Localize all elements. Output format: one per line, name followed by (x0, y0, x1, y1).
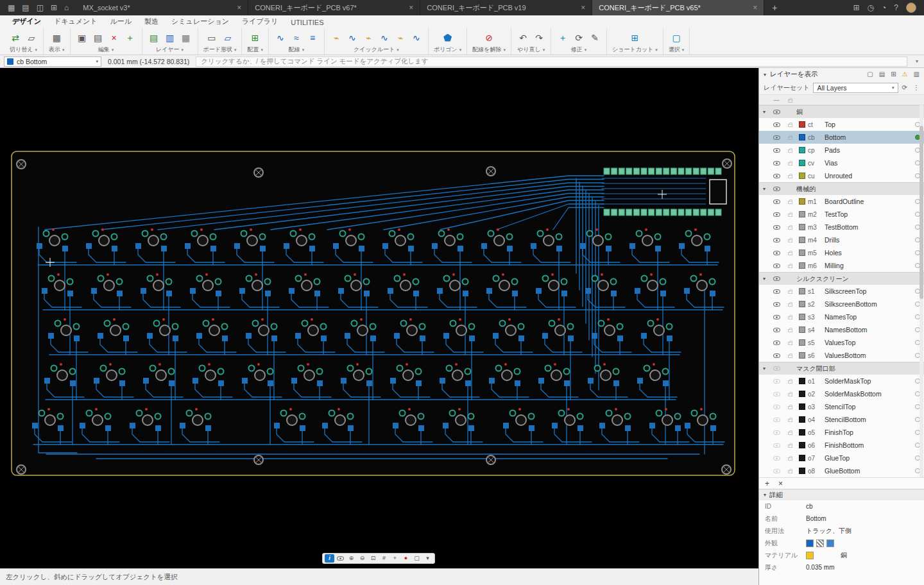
details-header[interactable]: ▾ 詳細 (759, 489, 924, 500)
layer-color-swatch[interactable] (799, 429, 805, 436)
lock-icon[interactable] (788, 265, 792, 268)
lock-icon[interactable] (788, 149, 792, 153)
table-view-icon[interactable]: ▥ (914, 71, 920, 78)
eye-icon[interactable] (773, 456, 780, 461)
route-manual-icon[interactable]: ∿ (274, 31, 287, 44)
layer-row[interactable]: s4NamesBottom (759, 323, 924, 336)
toolbar-group-label[interactable]: クイックルート (354, 46, 399, 54)
layer-color-swatch[interactable] (799, 416, 805, 423)
menu-item[interactable]: シミュレーション (166, 15, 235, 28)
eye-icon[interactable] (773, 418, 780, 422)
eye-icon[interactable] (773, 135, 780, 140)
origin-button[interactable]: + (390, 554, 400, 563)
active-layer-dropdown[interactable]: cb Bottom ▾ (4, 56, 101, 67)
layer-row[interactable]: m4Drills (759, 233, 924, 246)
lock-icon[interactable] (788, 445, 792, 448)
lock-icon[interactable] (788, 162, 792, 165)
delete-layer-button[interactable]: × (778, 480, 783, 488)
eye-icon[interactable] (773, 405, 780, 409)
tab-close-icon[interactable]: × (753, 3, 757, 12)
toolbar-group-label[interactable]: ポリゴン (434, 46, 461, 54)
toolbar-group-label[interactable]: 表示 (49, 46, 65, 54)
chevron-down-icon[interactable]: ▾ (759, 186, 769, 192)
lock-icon[interactable] (788, 201, 792, 204)
layer-color-swatch[interactable] (799, 121, 805, 128)
layer-row[interactable]: o6FinishBottom (759, 439, 924, 452)
new-tab-button[interactable]: + (764, 0, 785, 15)
pcb-design-svg[interactable] (0, 68, 758, 568)
add-icon[interactable]: + (124, 31, 137, 44)
layer-row[interactable]: s2SilkscreenBottom (759, 298, 924, 310)
toolbar-group-label[interactable]: ボード形状 (203, 46, 237, 54)
apps-icon[interactable]: ⊞ (853, 4, 860, 12)
lock-icon[interactable] (788, 329, 792, 332)
menu-item[interactable]: ルール (105, 15, 138, 28)
file-icon[interactable]: ▤ (22, 4, 29, 12)
lock-icon[interactable] (788, 380, 792, 384)
eye-icon[interactable] (773, 276, 780, 281)
eye-icon[interactable] (773, 379, 780, 384)
user-avatar[interactable] (906, 3, 916, 13)
add-layer-button[interactable]: + (765, 480, 769, 488)
stop-button[interactable]: ● (401, 554, 411, 563)
quickroute-left-icon[interactable]: ∿ (346, 31, 359, 44)
layer-color-swatch[interactable] (799, 198, 805, 205)
layer-color-swatch[interactable] (799, 301, 805, 307)
layer-stack-icon[interactable]: ▦ (180, 31, 193, 44)
history-icon[interactable]: ◷ (868, 4, 874, 12)
layer-color-swatch[interactable] (799, 391, 805, 397)
eye-icon[interactable] (773, 251, 780, 255)
toolbar-group-label[interactable]: レイヤー (156, 46, 184, 54)
layer-row[interactable]: o7GlueTop (759, 452, 924, 464)
tab-close-icon[interactable]: × (409, 3, 413, 12)
layer-row[interactable]: m6Milling (759, 259, 924, 272)
toolbar-group-label[interactable]: 選択 (669, 46, 685, 54)
eye-icon[interactable] (773, 225, 780, 230)
eye-icon[interactable] (773, 341, 780, 345)
layer-color-swatch[interactable] (799, 455, 805, 461)
layer-row[interactable]: s1SilkscreenTop (759, 285, 924, 298)
layer-row[interactable]: cbBottom (759, 131, 924, 144)
lock-icon[interactable] (788, 432, 792, 435)
eye-icon[interactable] (773, 123, 780, 127)
info-button[interactable]: i (325, 554, 334, 563)
quickroute-angle-icon[interactable]: ⌁ (394, 31, 407, 44)
lock-icon[interactable] (788, 355, 792, 358)
layer-row[interactable]: o1SolderMaskTop (759, 375, 924, 387)
layer-group-header[interactable]: ▾マスク開口部 (759, 362, 924, 375)
rotate-icon[interactable]: ⟳ (572, 31, 585, 44)
lock-icon[interactable] (788, 393, 792, 396)
eye-icon[interactable] (773, 315, 780, 319)
quickroute-up-icon[interactable]: ⌁ (362, 31, 375, 44)
layer-color-swatch[interactable] (799, 468, 805, 474)
grid-button[interactable]: # (379, 554, 389, 563)
layer-color-swatch[interactable] (799, 352, 805, 359)
visibility-column-header[interactable]: — (769, 97, 783, 103)
layer-color-swatch[interactable] (799, 160, 805, 166)
layer-row[interactable]: o2SolderMaskBottom (759, 387, 924, 400)
zoom-fit-button[interactable]: ⊡ (368, 554, 378, 563)
eye-icon[interactable] (773, 161, 780, 165)
layer-row[interactable]: o8GlueBottom (759, 464, 924, 477)
chevron-down-icon[interactable]: ▾ (759, 276, 769, 282)
layer-color-swatch[interactable] (799, 339, 805, 346)
pcb-canvas[interactable]: i⊕⊖⊡#+●▢▾ (0, 68, 758, 568)
app-menu-icon[interactable]: ▦ (8, 4, 15, 12)
eye-icon[interactable] (773, 469, 780, 473)
command-bar-expand-icon[interactable]: ▾ (914, 58, 920, 64)
layer-row[interactable]: m3TestBottom (759, 221, 924, 233)
eye-icon[interactable] (773, 212, 780, 217)
layer-color-swatch[interactable] (799, 326, 805, 333)
toolbar-group-label[interactable]: 配線 (289, 46, 305, 54)
layer-row[interactable]: cuUnrouted (759, 169, 924, 182)
layer-color-swatch[interactable] (799, 403, 805, 410)
eye-icon[interactable] (773, 328, 780, 332)
place-component-icon[interactable]: ⊞ (249, 31, 262, 44)
layer-color-swatch[interactable] (799, 378, 805, 384)
redo-icon[interactable]: ↷ (533, 31, 545, 44)
copy-icon[interactable]: ▣ (76, 31, 89, 44)
lock-icon[interactable] (788, 457, 792, 461)
quickroute-icon[interactable]: ⌁ (330, 31, 343, 44)
eye-icon[interactable] (773, 264, 780, 268)
chevron-down-icon[interactable]: ▾ (764, 72, 766, 78)
